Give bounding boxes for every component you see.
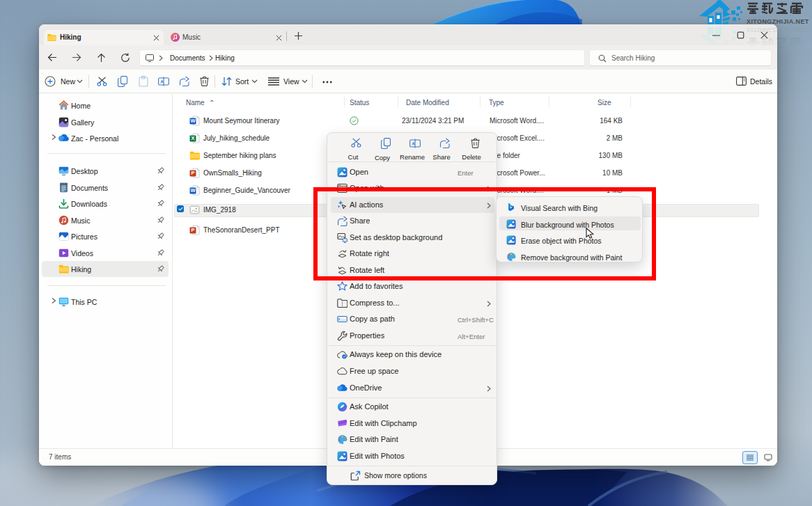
svg-text:W: W xyxy=(190,118,196,124)
svg-text:P: P xyxy=(191,227,194,233)
svg-text:W: W xyxy=(190,187,196,193)
svg-text:P: P xyxy=(191,170,194,176)
svg-text:X: X xyxy=(191,135,194,141)
